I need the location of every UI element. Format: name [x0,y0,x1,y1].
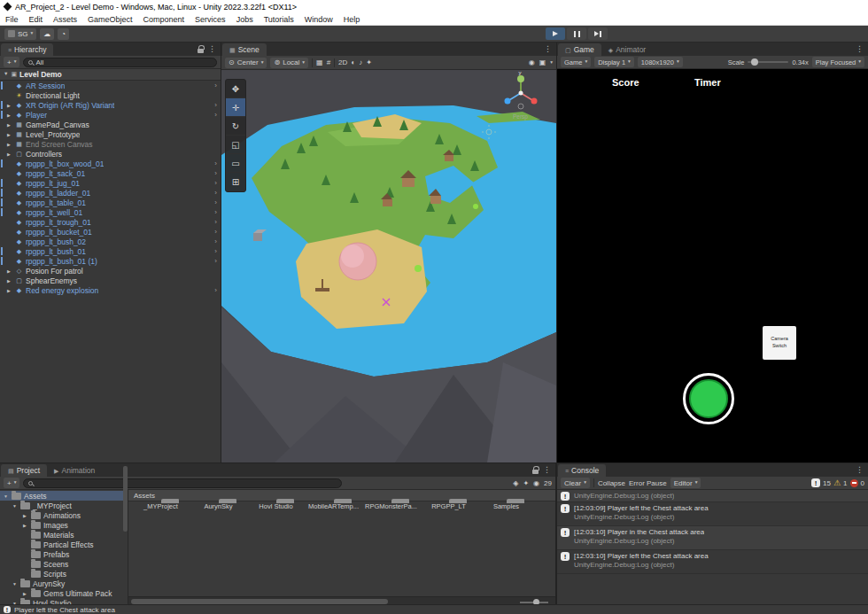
game-viewport[interactable]: Score Timer Camera Switch [557,69,868,462]
account-button[interactable]: SG ▾ [4,28,36,40]
menu-item[interactable]: Edit [24,14,49,25]
scene-tool-button[interactable]: ▭ [226,154,245,173]
asset-folder[interactable]: RPGMonsterPa... [362,503,420,510]
play-button[interactable] [546,27,565,40]
game-mode-dropdown[interactable]: Game ▾ [561,57,591,67]
hierarchy-item[interactable]: ☀ Directional Light [0,90,221,100]
asset-folder[interactable] [305,512,362,535]
create-menu-button[interactable]: + ▾ [4,478,19,488]
scale-slider-thumb[interactable] [751,58,758,66]
expand-arrow-icon[interactable] [23,523,28,528]
hierarchy-search[interactable] [23,58,217,67]
pivot-mode-dropdown[interactable]: ⊙ Center ▾ [225,58,267,68]
menu-item[interactable]: Component [138,14,190,25]
scene-tool-button[interactable]: ↻ [226,117,245,136]
open-prefab-chevron-icon[interactable] [214,258,221,265]
hierarchy-item[interactable]: ▦ GamePad_Canvas [0,120,221,129]
open-prefab-chevron-icon[interactable] [214,209,221,216]
pause-button[interactable] [567,27,586,40]
toggle-2d-button[interactable]: 2D [338,58,347,66]
info-count-icon[interactable] [811,478,820,487]
tab-console[interactable]: ≡ Console [558,464,606,477]
expand-arrow-icon[interactable] [23,591,28,596]
expand-arrow-icon[interactable] [7,103,11,108]
scene-effects-icon[interactable]: ✦ [366,58,372,66]
expand-arrow-icon[interactable] [7,132,11,137]
scene-tool-button[interactable]: ✛ [226,98,245,117]
hierarchy-item[interactable]: ◆ Player [0,110,221,120]
hierarchy-item[interactable]: ◆ AR Session [0,81,221,90]
scene-tool-button[interactable]: ◱ [226,136,245,154]
collapse-arrow-icon[interactable]: ▼ [4,72,8,77]
hierarchy-item[interactable]: ◆ rpgpp_lt_sack_01 [0,168,221,178]
cloud-services-button[interactable]: ☁ [40,28,54,40]
open-prefab-chevron-icon[interactable] [214,112,221,119]
tree-scrollbar[interactable] [123,466,128,532]
console-log-entry[interactable]: [12:03:10] Player left the Chest attack … [557,550,868,574]
expand-arrow-icon[interactable] [7,122,11,128]
tab-game[interactable]: ▢ Game [558,43,601,56]
hierarchy-item[interactable]: ◆ rpgpp_lt_ladder_01 [0,188,221,198]
menu-item[interactable]: GameObject [82,14,138,25]
action-button[interactable] [683,373,734,424]
hierarchy-item[interactable]: ◆ rpgpp_lt_box_wood_01 [0,159,221,168]
hierarchy-item[interactable]: ◆ rpgpp_lt_bush_01 [0,246,221,256]
orientation-dropdown[interactable]: ⊚ Local ▾ [270,58,308,68]
open-prefab-chevron-icon[interactable] [214,82,221,89]
tab-hierarchy[interactable]: ≡ Hierarchy [1,43,53,56]
hierarchy-item[interactable]: ▦ Level_Prototype [0,129,221,139]
panel-menu-icon[interactable]: ⋮ [544,45,552,53]
scene-lighting-icon[interactable]: ◐ [351,58,355,66]
warning-count-icon[interactable] [833,479,841,487]
menu-item[interactable]: Jobs [231,14,259,25]
scene-viewport[interactable]: y Persp ✥✛↻◱▭⊞ [221,70,556,462]
hierarchy-item[interactable]: ▢ Controllers [0,149,221,159]
project-tree-item[interactable]: AurynSky [0,579,128,588]
asset-folder[interactable] [362,512,420,535]
expand-arrow-icon[interactable] [4,494,9,499]
project-tree-item[interactable]: Materials [0,530,128,540]
project-tree-item[interactable]: Images [0,520,128,530]
menu-item[interactable]: Services [190,14,231,25]
panel-menu-icon[interactable]: ⋮ [856,466,864,474]
project-tree-item[interactable]: _MYProject [0,501,128,510]
hierarchy-item[interactable]: ◆ rpgpp_lt_bush_02 [0,237,221,246]
create-menu-button[interactable]: + ▾ [4,57,19,67]
hierarchy-item[interactable]: ◆ Red energy explosion [0,285,221,295]
resolution-dropdown[interactable]: 1080x1920 ▾ [638,57,683,67]
expand-arrow-icon[interactable] [7,152,11,157]
asset-folder[interactable]: Hovl Studio [247,503,305,510]
hierarchy-item[interactable]: ◆ rpgpp_lt_bucket_01 [0,227,221,237]
play-focused-dropdown[interactable]: Play Focused ▾ [812,57,864,67]
menu-item[interactable]: File [0,14,24,25]
expand-arrow-icon[interactable] [7,278,11,284]
hierarchy-item[interactable]: ▦ End Screen Canvas [0,139,221,149]
tab-animation[interactable]: ▶ Animation [47,464,102,477]
project-tree-item[interactable]: Assets [0,491,128,501]
open-prefab-chevron-icon[interactable] [214,190,221,197]
project-search-input[interactable] [35,479,337,487]
hierarchy-search-input[interactable] [35,58,212,66]
tab-animator[interactable]: ◈ Animator [601,43,653,56]
search-by-label-icon[interactable]: ✦ [523,479,529,487]
chevron-down-icon[interactable]: ▾ [550,60,553,66]
project-tree-item[interactable]: Prefabs [0,549,128,559]
expand-arrow-icon[interactable] [12,503,18,509]
expand-arrow-icon[interactable] [7,268,11,274]
scene-visibility-icon[interactable]: ◉ [529,58,535,66]
asset-folder[interactable]: MobileARTemp... [305,503,362,510]
panel-menu-icon[interactable]: ⋮ [543,466,551,474]
editor-dropdown[interactable]: Editor ▾ [670,478,701,488]
menu-item[interactable]: Help [338,14,366,25]
error-count-icon[interactable] [850,479,858,487]
asset-folder[interactable] [247,512,305,535]
open-prefab-chevron-icon[interactable] [214,160,221,167]
open-prefab-chevron-icon[interactable] [214,229,221,236]
scene-tool-button[interactable]: ⊞ [226,173,245,191]
hierarchy-item[interactable]: ◆ rpgpp_lt_jug_01 [0,178,221,188]
panel-menu-icon[interactable]: ⋮ [208,45,216,53]
expand-arrow-icon[interactable] [7,288,11,293]
project-tree-item[interactable]: Partical Effects [0,540,128,549]
scene-audio-icon[interactable]: ♪ [359,58,362,66]
scene-root-row[interactable]: ▼ ▣ Level Demo [0,69,221,81]
